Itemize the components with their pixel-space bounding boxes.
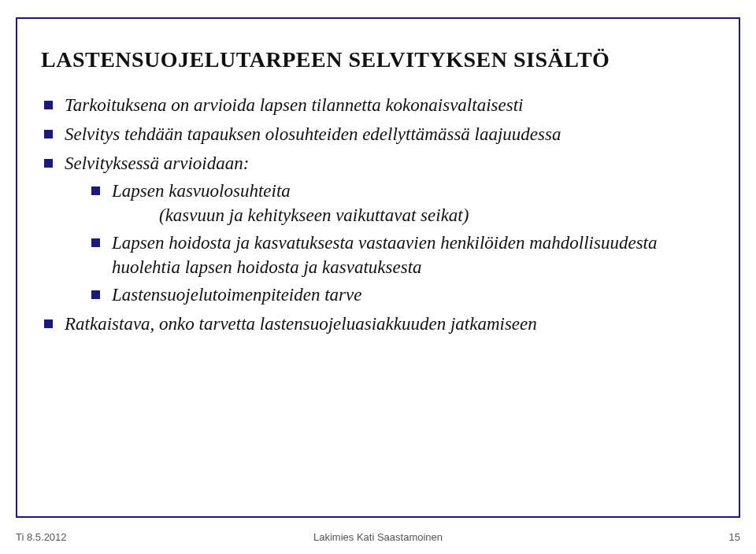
- content-area: LASTENSUOJELUTARPEEN SELVITYKSEN SISÄLTÖ…: [41, 47, 715, 341]
- bullet-text: Ratkaistava, onko tarvetta lastensuojelu…: [65, 314, 537, 334]
- list-item: Selvitys tehdään tapauksen olosuhteiden …: [41, 122, 715, 146]
- slide-title: LASTENSUOJELUTARPEEN SELVITYKSEN SISÄLTÖ: [41, 47, 715, 72]
- slide: LASTENSUOJELUTARPEEN SELVITYKSEN SISÄLTÖ…: [0, 0, 756, 554]
- list-item: Lapsen kasvuolosuhteita (kasvuun ja kehi…: [88, 179, 715, 227]
- list-item: Tarkoituksena on arvioida lapsen tilanne…: [41, 93, 715, 117]
- bullet-text: Selvityksessä arvioidaan:: [65, 153, 249, 173]
- footer-page-number: 15: [729, 531, 740, 543]
- list-item: Lastensuojelutoimenpiteiden tarve: [88, 283, 715, 307]
- bullet-text: Lapsen kasvuolosuhteita: [112, 181, 291, 201]
- bullet-paren: (kasvuun ja kehitykseen vaikuttavat seik…: [159, 203, 715, 227]
- footer-author: Lakimies Kati Saastamoinen: [16, 531, 740, 543]
- bullet-text: Selvitys tehdään tapauksen olosuhteiden …: [65, 124, 561, 144]
- footer: Ti 8.5.2012 Lakimies Kati Saastamoinen 1…: [16, 531, 740, 543]
- bullet-text: Lapsen hoidosta ja kasvatuksesta vastaav…: [112, 233, 657, 277]
- list-item: Selvityksessä arvioidaan: Lapsen kasvuol…: [41, 151, 715, 307]
- list-item: Lapsen hoidosta ja kasvatuksesta vastaav…: [88, 231, 715, 279]
- bullet-text: Lastensuojelutoimenpiteiden tarve: [112, 285, 361, 305]
- list-item: Ratkaistava, onko tarvetta lastensuojelu…: [41, 312, 715, 336]
- sub-bullet-list: Lapsen kasvuolosuhteita (kasvuun ja kehi…: [88, 179, 715, 307]
- footer-date: Ti 8.5.2012: [16, 531, 67, 543]
- bullet-list: Tarkoituksena on arvioida lapsen tilanne…: [41, 93, 715, 336]
- bullet-text: Tarkoituksena on arvioida lapsen tilanne…: [65, 95, 523, 115]
